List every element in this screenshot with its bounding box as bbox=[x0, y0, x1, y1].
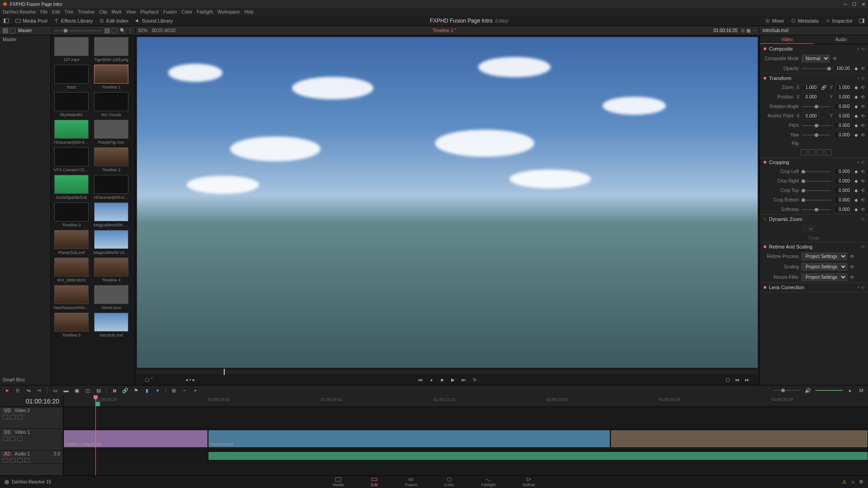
dynamic-trim-icon[interactable]: ⇋ bbox=[25, 387, 32, 394]
media-thumb[interactable]: HDwoman[000-000]... bbox=[93, 175, 130, 200]
stop-button[interactable]: ■ bbox=[439, 376, 445, 383]
crop-left-slider[interactable] bbox=[802, 171, 831, 172]
opacity-kf-icon[interactable]: ◆ bbox=[854, 66, 858, 71]
inspector-tab-audio[interactable]: Audio bbox=[814, 35, 868, 44]
pitch-slider[interactable] bbox=[802, 125, 831, 126]
viewer-canvas[interactable] bbox=[137, 37, 758, 368]
media-thumb[interactable]: MVI_3808.MOV bbox=[53, 258, 90, 282]
media-thumb[interactable]: PlanarSub.mxf bbox=[53, 230, 90, 255]
a1-view-icon[interactable] bbox=[24, 458, 30, 463]
menu-davinci[interactable]: DaVinci Resolve bbox=[3, 9, 36, 14]
list-view-icon[interactable] bbox=[112, 28, 117, 33]
zoom-y-value[interactable]: 1.000 bbox=[836, 84, 852, 91]
a1-lock-icon[interactable] bbox=[3, 458, 8, 463]
resize-filter-select[interactable]: Project Settings bbox=[802, 273, 847, 281]
menu-view[interactable]: View bbox=[126, 9, 136, 14]
maximize-button[interactable]: ☐ bbox=[852, 2, 856, 7]
clip-fusion-composition[interactable]: Fusion Composition bbox=[63, 430, 208, 448]
page-tab-fairlight[interactable]: Fairlight bbox=[481, 477, 495, 487]
append-icon[interactable]: ▤ bbox=[95, 387, 102, 394]
v2-lock-icon[interactable] bbox=[3, 415, 8, 419]
viewer-mode-icon[interactable]: ▢ ˅ bbox=[145, 377, 153, 383]
marker-blue-icon[interactable]: ▮ bbox=[144, 387, 150, 394]
track-header-v2[interactable]: V2Video 2 bbox=[0, 407, 63, 429]
media-thumb[interactable]: VFX Connect Clip 3 bbox=[53, 147, 90, 172]
flip-4-icon[interactable] bbox=[825, 149, 831, 155]
track-v1-lane[interactable]: Fusion Composition IntroSub.mxf bbox=[63, 429, 868, 450]
toggle-inspector-panel-button[interactable] bbox=[859, 18, 864, 23]
inspector-button[interactable]: Inspector bbox=[825, 18, 853, 23]
in-point-marker[interactable] bbox=[95, 402, 100, 406]
softness-value[interactable]: 0.000 bbox=[834, 206, 852, 213]
menu-timeline[interactable]: Timeline bbox=[78, 9, 94, 14]
media-thumb[interactable]: IntroSub.mxf bbox=[93, 313, 130, 338]
composite-reset-icon[interactable]: + ⟲ bbox=[857, 47, 864, 52]
opacity-slider[interactable] bbox=[802, 68, 831, 69]
position-x-value[interactable]: 0.000 bbox=[803, 94, 819, 100]
metadata-button[interactable]: Metadata bbox=[791, 18, 819, 23]
transform-header[interactable]: Transform bbox=[769, 75, 792, 81]
retime-header[interactable]: Retime And Scaling bbox=[769, 244, 812, 249]
opacity-reset-icon[interactable]: ⟲ bbox=[861, 66, 864, 71]
snap-icon[interactable]: ⊞ bbox=[170, 387, 177, 394]
timeline-tracks[interactable]: 01:00:10:1501:00:18:0301:00:19:2101:00:2… bbox=[63, 395, 868, 475]
dynamic-zoom-header[interactable]: Dynamic Zoom bbox=[769, 216, 802, 222]
media-thumb[interactable]: Timeline 4 bbox=[93, 258, 130, 282]
viewer-zoom[interactable]: 82% bbox=[138, 28, 147, 33]
rotation-value[interactable]: 0.000 bbox=[834, 103, 852, 110]
flip-3-icon[interactable] bbox=[817, 149, 823, 155]
toggle-sidebar-button[interactable] bbox=[4, 18, 9, 23]
media-thumb[interactable]: Timeline 3 bbox=[53, 202, 90, 227]
crop-top-slider[interactable] bbox=[802, 190, 831, 191]
menu-edit[interactable]: Edit bbox=[52, 9, 60, 14]
menu-fusion[interactable]: Fusion bbox=[163, 9, 177, 14]
sound-library-button[interactable]: Sound Library bbox=[135, 18, 173, 23]
step-back-button[interactable]: ◂ bbox=[428, 376, 434, 383]
overwrite-icon[interactable]: ▬ bbox=[63, 387, 69, 394]
dim-icon[interactable]: ▸ bbox=[847, 387, 854, 394]
media-thumb[interactable]: MagicalWorld-V2000... bbox=[93, 230, 130, 255]
retime-reset-icon[interactable]: ⟲ bbox=[861, 244, 864, 249]
media-thumb[interactable]: Timeline 1 bbox=[93, 65, 130, 89]
track-v2-lane[interactable] bbox=[63, 407, 868, 429]
pool-list-view-icon[interactable] bbox=[3, 28, 8, 33]
media-thumb[interactable]: NewSeason0000.mov bbox=[53, 285, 90, 310]
retime-process-select[interactable]: Project Settings bbox=[802, 253, 847, 260]
menu-workspace[interactable]: Workspace bbox=[217, 9, 240, 14]
menu-fairlight[interactable]: Fairlight bbox=[197, 9, 213, 14]
volume-icon[interactable]: 🔊 bbox=[805, 387, 811, 394]
menu-file[interactable]: File bbox=[40, 9, 47, 14]
position-y-value[interactable]: 0.000 bbox=[836, 94, 852, 100]
viewer-bypass-icon[interactable]: ⊙ bbox=[741, 28, 745, 33]
softness-slider[interactable] bbox=[802, 209, 831, 210]
match-frame-icon[interactable]: ▢ bbox=[724, 376, 731, 383]
page-tab-fusion[interactable]: Fusion bbox=[405, 477, 417, 487]
crop-bottom-slider[interactable] bbox=[802, 200, 831, 201]
media-thumb[interactable]: SkyWaterBG bbox=[53, 92, 90, 117]
cropping-reset-icon[interactable]: + ⟲ bbox=[857, 160, 864, 165]
media-thumb[interactable]: BG Clouds bbox=[93, 92, 130, 117]
search-icon[interactable]: 🔍 bbox=[120, 28, 125, 33]
anchor-y-value[interactable]: 0.000 bbox=[836, 113, 852, 119]
settings-gear-icon[interactable]: ⚙ bbox=[859, 479, 863, 485]
prev-edit-icon[interactable]: ◂ • ▸ bbox=[185, 377, 195, 383]
master-label[interactable]: Master bbox=[18, 28, 32, 33]
composite-mode-select[interactable]: Normal bbox=[802, 55, 830, 62]
composite-mode-reset[interactable]: ⟲ bbox=[833, 56, 836, 61]
transition-icon[interactable]: ⧄ bbox=[111, 387, 118, 394]
flip-v-icon[interactable] bbox=[809, 149, 815, 155]
thumb-size-slider[interactable] bbox=[64, 29, 67, 33]
media-thumb[interactable]: Tiger[000-100].png bbox=[93, 37, 130, 62]
media-thumb[interactable]: Timeline 5 bbox=[53, 313, 90, 338]
crop-bottom-value[interactable]: 0.000 bbox=[834, 197, 852, 203]
a1-solo-icon[interactable] bbox=[17, 458, 23, 463]
track-header-v1[interactable]: V1Video 1 bbox=[0, 429, 63, 450]
mute-icon[interactable]: M bbox=[858, 387, 864, 394]
media-thumb[interactable]: Timeline 2 bbox=[93, 147, 130, 172]
replace-icon[interactable]: ▣ bbox=[74, 387, 80, 394]
zoom-out-icon[interactable]: − bbox=[181, 387, 188, 394]
yaw-slider[interactable] bbox=[802, 135, 831, 136]
flag-icon[interactable]: ⚑ bbox=[133, 387, 139, 394]
timeline-name-dropdown[interactable]: Timeline 1 ˅ bbox=[176, 28, 713, 33]
menu-help[interactable]: Help bbox=[244, 9, 254, 14]
